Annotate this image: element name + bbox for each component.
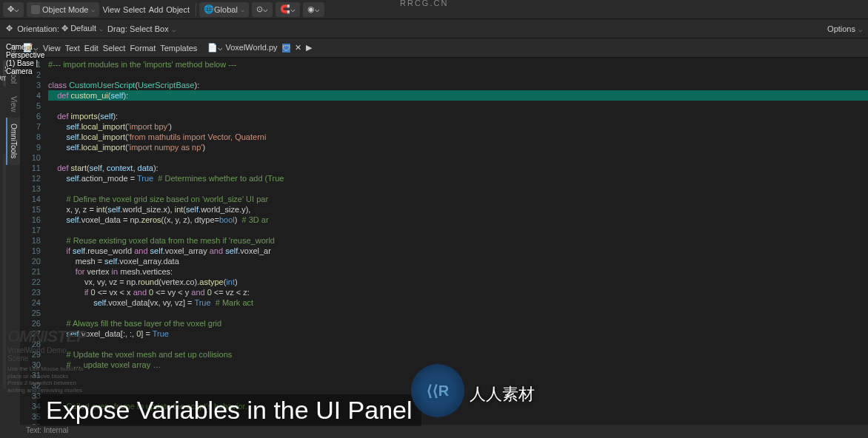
menu-view[interactable]: View xyxy=(102,5,120,14)
cursor-icon-2[interactable]: ✥ xyxy=(6,24,13,33)
snap-icon[interactable]: 🧲⌵ xyxy=(276,2,300,17)
options-dropdown[interactable]: Options xyxy=(827,24,862,33)
demo-branding: OMNISTEP VoxelWorld Demo Scene Use the L… xyxy=(7,327,87,394)
watermark-top: RRCG.CN xyxy=(400,0,448,7)
watermark-text: 人人素材 xyxy=(470,383,535,405)
cursor-icon[interactable]: ✥⌵ xyxy=(3,2,24,17)
proportional-icon[interactable]: ◉⌵ xyxy=(303,2,324,17)
orientation-dropdown[interactable]: ✥ Default xyxy=(61,24,103,33)
menu-select[interactable]: Select xyxy=(103,44,126,53)
drag-dropdown[interactable]: Select Box xyxy=(130,24,176,33)
text-editor-footer: Text: Internal xyxy=(20,425,868,438)
global-dropdown[interactable]: 🌐 Global xyxy=(199,2,249,17)
menu-add[interactable]: Add xyxy=(149,5,164,14)
watermark-logo xyxy=(411,364,464,417)
close-icon[interactable]: ✕ xyxy=(295,43,301,53)
menu-templates[interactable]: Templates xyxy=(160,44,197,53)
menu-edit[interactable]: Edit xyxy=(84,44,99,53)
n-panel: ⌄ OmniStep ⋯ Start OmniStep World Player… xyxy=(0,38,6,438)
video-caption: Expose Variables in the UI Panel xyxy=(37,394,421,426)
mode-dropdown[interactable]: Object Mode xyxy=(27,2,99,17)
tab-view[interactable]: View xyxy=(6,90,20,118)
orientation-label: Orientation: xyxy=(17,24,59,33)
drag-label: Drag: xyxy=(107,24,127,33)
code-content[interactable]: #--- import modules in the 'imports' met… xyxy=(45,58,868,425)
menu-text[interactable]: Text xyxy=(65,44,80,53)
tab-omnitools[interactable]: OmniTools xyxy=(6,118,20,164)
file-selector[interactable]: 📄⌵ VoxelWorld.py xyxy=(207,43,277,53)
shield-icon[interactable]: 🛡 xyxy=(282,44,290,53)
menu-view[interactable]: View xyxy=(43,44,61,53)
menu-select[interactable]: Select xyxy=(123,5,146,14)
viewport-topbar2: ✥ Orientation: ✥ Default Drag: Select Bo… xyxy=(0,19,868,38)
viewport-info: Camera Perspective (1) Base | Camera xyxy=(6,43,44,75)
text-editor-header: 📝⌵ View Text Edit Select Format Template… xyxy=(20,38,868,58)
run-script-button[interactable]: ▶ xyxy=(306,43,312,53)
pivot-icon[interactable]: ⊙⌵ xyxy=(252,2,273,17)
menu-format[interactable]: Format xyxy=(130,44,156,53)
menu-object[interactable]: Object xyxy=(166,5,190,14)
